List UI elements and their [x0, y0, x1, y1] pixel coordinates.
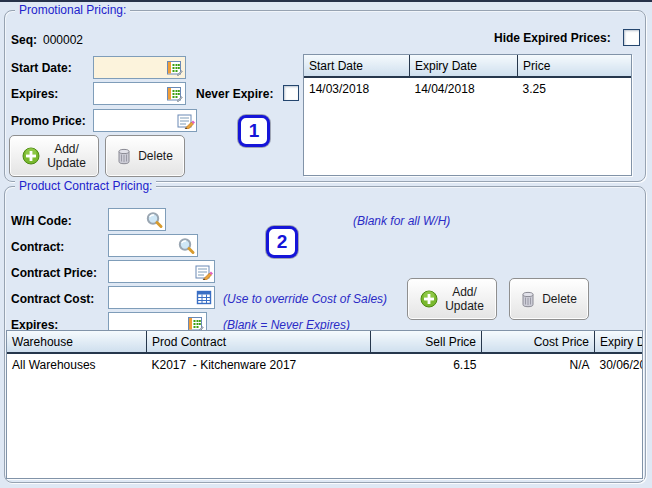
table-row[interactable]: All WarehousesK2017 - Kitchenware 20176.…: [7, 353, 643, 375]
calendar-icon: [166, 60, 183, 76]
contract-delete-button[interactable]: Delete: [509, 278, 589, 320]
product-contract-pricing-group: Product Contract Pricing: W/H Code: (Bla…: [4, 186, 646, 483]
promo-price-table-container: Start DateExpiry DatePrice14/03/201814/0…: [303, 54, 632, 176]
start-date-calendar-button[interactable]: [164, 58, 185, 77]
hide-expired-label: Hide Expired Prices:: [494, 31, 611, 45]
seq-value: 000002: [43, 33, 83, 47]
contract-price-input[interactable]: [109, 263, 193, 281]
contract-cost-input[interactable]: [109, 289, 193, 307]
contract-search-button[interactable]: [176, 236, 197, 255]
start-date-label: Start Date:: [11, 61, 72, 75]
start-date-input[interactable]: [94, 59, 164, 77]
column-header[interactable]: Start Date: [304, 55, 410, 77]
column-header[interactable]: Prod Contract: [147, 331, 371, 353]
promo-price-input[interactable]: [94, 112, 175, 130]
wh-code-search-button[interactable]: [144, 210, 165, 229]
table-cell: 30/06/2021: [595, 353, 644, 375]
column-header[interactable]: Expiry Date: [595, 331, 644, 353]
search-icon: [177, 237, 196, 255]
add-plus-icon: [22, 147, 40, 165]
table-cell: 6.15: [371, 353, 482, 375]
table-cell: K2017 - Kitchenware 2017: [147, 353, 371, 375]
table-cell: 3.25: [518, 77, 633, 99]
promo-price-table: Start DateExpiry DatePrice14/03/201814/0…: [304, 55, 632, 99]
add-plus-icon: [420, 290, 438, 308]
contract-cost-calc-button[interactable]: [193, 288, 214, 307]
promotional-pricing-group: Promotional Pricing: Seq: 000002 Start D…: [4, 10, 646, 182]
never-expire-checkbox[interactable]: [283, 85, 299, 101]
group-title: Product Contract Pricing:: [15, 179, 156, 193]
contract-input[interactable]: [109, 237, 176, 255]
expires-input[interactable]: [94, 85, 164, 103]
contract-price-table: WarehouseProd ContractSell PriceCost Pri…: [7, 331, 643, 375]
trash-icon: [117, 148, 131, 165]
wh-code-label: W/H Code:: [11, 214, 72, 228]
group-title: Promotional Pricing:: [15, 3, 130, 17]
calendar-icon: [166, 86, 183, 102]
wh-code-input[interactable]: [109, 211, 144, 229]
delete-label: Delete: [138, 149, 173, 163]
contract-add-update-button[interactable]: Add/Update: [407, 278, 497, 320]
column-header[interactable]: Price: [518, 55, 633, 77]
seq-label: Seq:: [11, 33, 37, 47]
hide-expired-checkbox[interactable]: [623, 29, 640, 46]
add-update-label: Add/Update: [445, 285, 484, 313]
add-update-label: Add/Update: [47, 142, 86, 170]
trash-icon: [521, 291, 535, 308]
promo-delete-button[interactable]: Delete: [105, 135, 185, 177]
wh-code-field[interactable]: [108, 208, 166, 231]
promo-price-field[interactable]: [93, 109, 197, 132]
calculator-icon: [196, 290, 212, 305]
contract-cost-label: Contract Cost:: [11, 292, 94, 306]
contract-price-field[interactable]: [108, 260, 215, 283]
search-icon: [145, 211, 164, 229]
never-expire-label: Never Expire:: [196, 87, 273, 101]
delete-label: Delete: [542, 292, 577, 306]
contract-price-label: Contract Price:: [11, 266, 97, 280]
expires-calendar-button[interactable]: [164, 84, 185, 103]
contract-field[interactable]: [108, 234, 198, 257]
contract-price-table-container: WarehouseProd ContractSell PriceCost Pri…: [6, 330, 643, 479]
table-row[interactable]: 14/03/201814/04/20183.25: [304, 77, 632, 99]
column-header[interactable]: Warehouse: [7, 331, 147, 353]
contract-price-edit-button[interactable]: [193, 262, 214, 281]
promo-add-update-button[interactable]: Add/Update: [9, 135, 99, 177]
edit-price-icon: [177, 113, 195, 129]
expires-label: Expires:: [11, 87, 58, 101]
contract-cost-field[interactable]: [108, 286, 215, 309]
edit-price-icon: [195, 264, 213, 280]
step-2-badge: 2: [266, 226, 298, 258]
contract-label: Contract:: [11, 240, 64, 254]
column-header[interactable]: Cost Price: [482, 331, 595, 353]
promo-price-label: Promo Price:: [11, 114, 86, 128]
cost-hint: (Use to override Cost of Sales): [223, 292, 387, 306]
table-cell: 14/03/2018: [304, 77, 410, 99]
step-1-badge: 1: [238, 115, 270, 147]
table-cell: All Warehouses: [7, 353, 147, 375]
promo-price-edit-button[interactable]: [175, 111, 196, 130]
pricing-window: Promotional Pricing: Seq: 000002 Start D…: [0, 0, 652, 488]
expires-field[interactable]: [93, 82, 186, 105]
start-date-field[interactable]: [93, 56, 186, 79]
table-cell: N/A: [482, 353, 595, 375]
column-header[interactable]: Sell Price: [371, 331, 482, 353]
column-header[interactable]: Expiry Date: [410, 55, 518, 77]
table-cell: 14/04/2018: [410, 77, 518, 99]
wh-hint: (Blank for all W/H): [353, 214, 450, 228]
